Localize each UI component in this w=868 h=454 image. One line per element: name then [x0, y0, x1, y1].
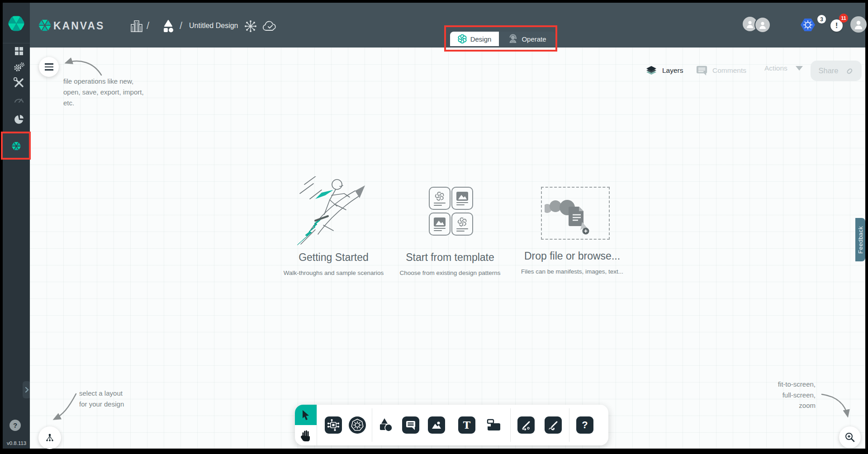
- layers-toggle[interactable]: Layers: [645, 64, 683, 77]
- image-tool[interactable]: [428, 416, 445, 434]
- person-icon: [758, 20, 767, 29]
- hand-icon: [300, 430, 311, 441]
- kubernetes-wheel-icon: [351, 418, 364, 432]
- dashboard-icon: [14, 47, 24, 56]
- segmented-circle-icon: [14, 114, 24, 125]
- spiral-icon: [457, 217, 467, 227]
- gears-icon: [13, 61, 25, 72]
- help-button[interactable]: ?: [9, 420, 21, 431]
- cursor-icon: [301, 410, 311, 421]
- comment-tool[interactable]: [402, 416, 419, 434]
- profile-avatar[interactable]: [850, 16, 867, 33]
- annotation-select-layout: select a layout for your design: [79, 388, 124, 410]
- cloud-saved-icon: [262, 21, 278, 33]
- image-icon: [431, 420, 442, 430]
- drop-file-illustration: [545, 199, 599, 235]
- kanvas-logo-icon[interactable]: [37, 17, 52, 34]
- left-sidebar: ? v0.8.113: [3, 3, 30, 449]
- start-from-template-card[interactable]: Start from template Choose from existing…: [382, 174, 518, 283]
- text-icon: T: [463, 420, 470, 430]
- template-thumbnails: [429, 187, 471, 236]
- node-tool[interactable]: [325, 416, 342, 434]
- card-title: Start from template: [382, 251, 518, 264]
- chevron-down-icon: [796, 66, 803, 71]
- layout-graph-icon: [44, 432, 55, 443]
- help-tool[interactable]: ?: [576, 416, 593, 434]
- sidebar-item-extensions[interactable]: [10, 113, 28, 127]
- sidebar-item-performance[interactable]: [10, 93, 28, 107]
- pencil-scribble-icon: [548, 420, 559, 430]
- meshery-logo-button[interactable]: [3, 3, 30, 43]
- drop-zone[interactable]: [541, 187, 610, 240]
- organization-icon[interactable]: [130, 19, 143, 33]
- annotation-box-mode-toggle: [444, 25, 557, 52]
- canvas-menu-button[interactable]: [39, 57, 59, 77]
- annotation-zoom-controls: fit-to-screen, full-screen, zoom: [725, 379, 816, 411]
- card-title: Drop file or browse...: [504, 250, 640, 262]
- sidebar-item-tools[interactable]: [10, 76, 28, 90]
- section-icon: [486, 418, 502, 432]
- chip-icon: [327, 419, 339, 431]
- template-thumb: [451, 213, 473, 236]
- k8s-count-badge: 3: [817, 15, 826, 24]
- comment-icon: [405, 420, 416, 430]
- breadcrumb-separator: /: [147, 20, 149, 32]
- comments-label: Comments: [712, 66, 746, 75]
- kubernetes-context-icon[interactable]: [800, 17, 816, 33]
- version-label: v0.8.113: [7, 440, 26, 446]
- template-thumb: [429, 213, 451, 236]
- hamburger-icon: [45, 63, 53, 70]
- breadcrumb-separator: /: [180, 20, 182, 32]
- share-label: Share: [818, 66, 838, 75]
- magnifier-plus-icon: [844, 431, 856, 443]
- alert-count-badge: 11: [839, 14, 848, 23]
- annotation-file-operations: file operations like new, open, save, ex…: [63, 76, 144, 109]
- share-button[interactable]: Share: [811, 61, 862, 81]
- meshery-logo-icon: [7, 14, 25, 33]
- layout-select-button[interactable]: [38, 426, 61, 449]
- comment-icon: [696, 64, 708, 76]
- layers-label: Layers: [662, 66, 683, 75]
- chevron-right-icon: [25, 387, 29, 393]
- person-icon: [853, 19, 864, 30]
- feedback-tab[interactable]: Feedback: [855, 218, 865, 261]
- wrench-screwdriver-icon: [14, 77, 24, 88]
- shapes-icon: [378, 417, 393, 433]
- kubernetes-tool[interactable]: [349, 416, 366, 434]
- image-icon: [456, 192, 468, 201]
- pan-tool[interactable]: [295, 425, 317, 445]
- sidebar-item-settings[interactable]: [10, 60, 28, 74]
- layers-icon: [645, 64, 658, 77]
- design-name[interactable]: Untitled Design: [189, 22, 238, 30]
- question-icon: ?: [582, 420, 588, 430]
- actions-dropdown[interactable]: Actions: [764, 64, 803, 72]
- pen-tool[interactable]: [517, 416, 535, 434]
- link-icon: [845, 66, 854, 76]
- person-icon: [745, 19, 754, 28]
- spiral-icon: [435, 191, 445, 201]
- pen-arrow-icon: [521, 420, 531, 430]
- design-nodes-icon[interactable]: [243, 19, 258, 33]
- pencil-tool[interactable]: [545, 416, 562, 434]
- card-subtitle: Files can be manifests, images, text...: [504, 268, 640, 275]
- comments-toggle[interactable]: Comments: [696, 64, 746, 76]
- image-icon: [434, 218, 446, 227]
- workspace-icon[interactable]: [160, 19, 176, 35]
- kanvas-app: ? v0.8.113 KANVAS / / Unt: [0, 0, 868, 454]
- rocket-doodle-illustration: [292, 176, 375, 249]
- actions-label: Actions: [764, 64, 787, 72]
- gauge-icon: [14, 96, 24, 104]
- canvas-toolbar: T ?: [295, 405, 608, 445]
- sidebar-item-dashboard[interactable]: [10, 44, 28, 58]
- collaborator-avatar[interactable]: [754, 17, 771, 33]
- card-subtitle: Choose from existing design patterns: [382, 270, 518, 276]
- template-thumb: [451, 187, 473, 210]
- text-tool[interactable]: T: [458, 416, 475, 434]
- drop-file-card[interactable]: Drop file or browse... Files can be mani…: [504, 174, 640, 283]
- select-tool-active[interactable]: [295, 405, 317, 425]
- template-thumb: [429, 187, 451, 210]
- zoom-button[interactable]: [839, 426, 861, 448]
- section-tool[interactable]: [485, 416, 503, 434]
- shapes-tool[interactable]: [377, 416, 394, 434]
- brand-wordmark: KANVAS: [53, 20, 104, 32]
